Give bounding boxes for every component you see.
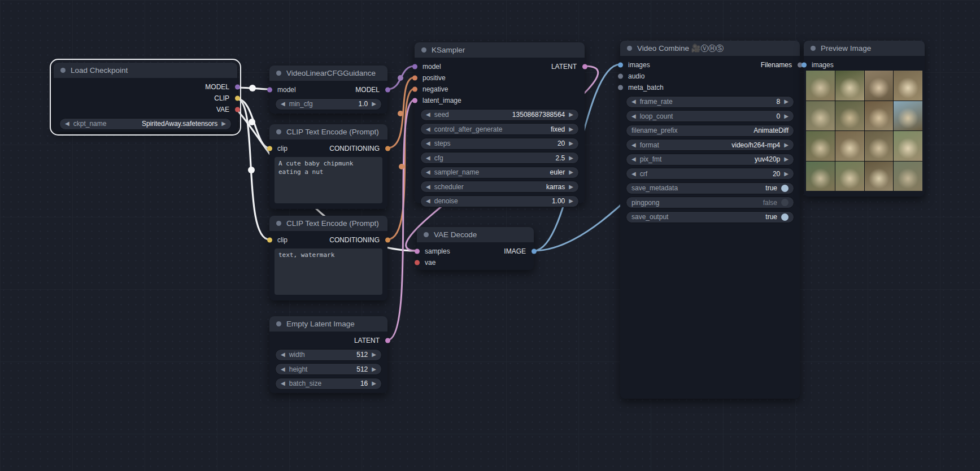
node-titlebar[interactable]: Load Checkpoint <box>54 63 237 78</box>
increment-icon[interactable]: ▶ <box>221 121 226 127</box>
node-load-checkpoint[interactable]: Load Checkpoint MODEL CLIP VAE ◀ ckpt_na… <box>54 63 237 132</box>
positive-input-dot[interactable] <box>412 76 417 81</box>
node-titlebar[interactable]: VAE Decode <box>417 227 534 242</box>
node-clip-text-encode-negative[interactable]: CLIP Text Encode (Prompt) clip CONDITION… <box>269 216 387 300</box>
increment-icon[interactable]: ▶ <box>569 184 573 190</box>
seed-widget[interactable]: ◀seed 13508687388564▶ <box>420 109 579 121</box>
clip-input-dot[interactable] <box>267 146 272 151</box>
control-after-generate-widget[interactable]: ◀control_after_generate fixed▶ <box>420 123 579 135</box>
link-midpoint-dot[interactable] <box>248 167 255 173</box>
increment-icon[interactable]: ▶ <box>569 169 573 175</box>
model-output-dot[interactable] <box>235 85 240 90</box>
batch-size-widget[interactable]: ◀batch_size 16▶ <box>275 378 382 390</box>
link-midpoint-dot[interactable] <box>399 164 404 169</box>
decrement-icon[interactable]: ◀ <box>281 101 285 107</box>
pix-fmt-widget[interactable]: ◀pix_fmt yuv420p▶ <box>626 154 794 165</box>
increment-icon[interactable]: ▶ <box>569 198 573 204</box>
model-input-dot[interactable] <box>412 64 417 69</box>
prompt-textarea[interactable]: A cute baby chipmunk eating a nut <box>275 157 382 203</box>
toggle-circle[interactable] <box>781 199 789 206</box>
decrement-icon[interactable]: ◀ <box>631 99 636 104</box>
decrement-icon[interactable]: ◀ <box>281 352 285 357</box>
conditioning-output-dot[interactable] <box>385 238 390 243</box>
node-preview-image[interactable]: Preview Image images <box>804 41 925 197</box>
toggle-circle[interactable] <box>781 213 789 221</box>
cfg-widget[interactable]: ◀cfg 2.5▶ <box>420 152 579 164</box>
crf-widget[interactable]: ◀crf 20▶ <box>626 168 794 180</box>
sampler-name-widget[interactable]: ◀sampler_name euler▶ <box>420 167 579 178</box>
scheduler-widget[interactable]: ◀scheduler karras▶ <box>420 181 579 193</box>
image-output-dot[interactable] <box>532 249 537 254</box>
images-input-dot[interactable] <box>618 63 623 68</box>
samples-input-dot[interactable] <box>415 249 420 254</box>
meta-batch-input-dot[interactable] <box>618 85 623 90</box>
increment-icon[interactable]: ▶ <box>372 101 376 107</box>
filename-prefix-widget[interactable]: filename_prefix AnimateDiff <box>626 125 794 137</box>
decrement-icon[interactable]: ◀ <box>631 171 636 177</box>
decrement-icon[interactable]: ◀ <box>426 112 430 117</box>
denoise-widget[interactable]: ◀denoise 1.00▶ <box>420 195 579 207</box>
node-clip-text-encode-positive[interactable]: CLIP Text Encode (Prompt) clip CONDITION… <box>269 124 387 209</box>
node-graph-canvas[interactable]: Load Checkpoint MODEL CLIP VAE ◀ ckpt_na… <box>0 0 980 471</box>
node-titlebar[interactable]: KSampler <box>415 42 585 58</box>
save-output-toggle[interactable]: save_output true <box>626 211 794 223</box>
increment-icon[interactable]: ▶ <box>372 367 376 372</box>
increment-icon[interactable]: ▶ <box>569 127 573 132</box>
decrement-icon[interactable]: ◀ <box>281 367 285 372</box>
pingpong-toggle[interactable]: pingpong false <box>626 197 794 208</box>
node-ksampler[interactable]: KSampler model LATENT positive negative … <box>415 42 585 203</box>
vae-input-dot[interactable] <box>415 260 420 265</box>
decrement-icon[interactable]: ◀ <box>426 184 430 190</box>
decrement-icon[interactable]: ◀ <box>631 156 636 162</box>
link-midpoint-dot[interactable] <box>249 85 256 91</box>
node-video-combine[interactable]: Video Combine 🎥ⓋⒽⓈ images Filenames audi… <box>620 41 800 399</box>
decrement-icon[interactable]: ◀ <box>631 114 636 119</box>
ckpt-name-widget[interactable]: ◀ ckpt_name SpiritedAway.safetensors ▶ <box>59 118 232 130</box>
link-midpoint-dot[interactable] <box>398 111 403 116</box>
decrement-icon[interactable]: ◀ <box>426 169 430 175</box>
loop-count-widget[interactable]: ◀loop_count 0▶ <box>626 110 794 122</box>
decrement-icon[interactable]: ◀ <box>426 141 430 146</box>
node-titlebar[interactable]: Preview Image <box>804 41 925 56</box>
toggle-circle[interactable] <box>781 185 789 192</box>
frame-rate-widget[interactable]: ◀frame_rate 8▶ <box>626 96 794 108</box>
min-cfg-widget[interactable]: ◀ min_cfg 1.0 ▶ <box>275 98 382 110</box>
model-input-dot[interactable] <box>267 88 272 93</box>
prompt-textarea[interactable]: text, watermark <box>275 248 382 295</box>
height-widget[interactable]: ◀height 512▶ <box>275 363 382 375</box>
images-input-dot[interactable] <box>802 63 807 68</box>
increment-icon[interactable]: ▶ <box>784 171 789 177</box>
node-empty-latent-image[interactable]: Empty Latent Image LATENT ◀width 512▶ ◀h… <box>269 316 387 393</box>
link-midpoint-dot[interactable] <box>398 75 403 81</box>
decrement-icon[interactable]: ◀ <box>426 198 430 204</box>
negative-input-dot[interactable] <box>412 87 417 92</box>
node-vae-decode[interactable]: VAE Decode samples IMAGE vae <box>417 227 534 270</box>
latent-image-input-dot[interactable] <box>412 98 417 103</box>
latent-output-dot[interactable] <box>582 64 587 69</box>
format-widget[interactable]: ◀format video/h264-mp4▶ <box>626 139 794 151</box>
node-titlebar[interactable]: Video Combine 🎥ⓋⒽⓈ <box>620 41 800 56</box>
increment-icon[interactable]: ▶ <box>372 352 376 357</box>
clip-output-dot[interactable] <box>235 96 240 101</box>
increment-icon[interactable]: ▶ <box>372 381 376 386</box>
increment-icon[interactable]: ▶ <box>784 99 789 104</box>
node-titlebar[interactable]: CLIP Text Encode (Prompt) <box>269 124 387 139</box>
steps-widget[interactable]: ◀steps 20▶ <box>420 138 579 150</box>
node-titlebar[interactable]: Empty Latent Image <box>269 316 387 332</box>
increment-icon[interactable]: ▶ <box>784 114 789 119</box>
decrement-icon[interactable]: ◀ <box>426 127 430 132</box>
decrement-icon[interactable]: ◀ <box>65 121 69 127</box>
latent-output-dot[interactable] <box>385 338 390 343</box>
clip-input-dot[interactable] <box>267 238 272 243</box>
node-titlebar[interactable]: VideoLinearCFGGuidance <box>269 66 387 81</box>
vae-output-dot[interactable] <box>235 107 240 112</box>
link-midpoint-dot[interactable] <box>249 119 255 125</box>
decrement-icon[interactable]: ◀ <box>281 381 285 386</box>
model-output-dot[interactable] <box>385 88 390 93</box>
increment-icon[interactable]: ▶ <box>569 141 573 146</box>
decrement-icon[interactable]: ◀ <box>426 155 430 161</box>
node-titlebar[interactable]: CLIP Text Encode (Prompt) <box>269 216 387 231</box>
increment-icon[interactable]: ▶ <box>569 112 573 117</box>
audio-input-dot[interactable] <box>618 74 623 79</box>
increment-icon[interactable]: ▶ <box>784 142 789 148</box>
